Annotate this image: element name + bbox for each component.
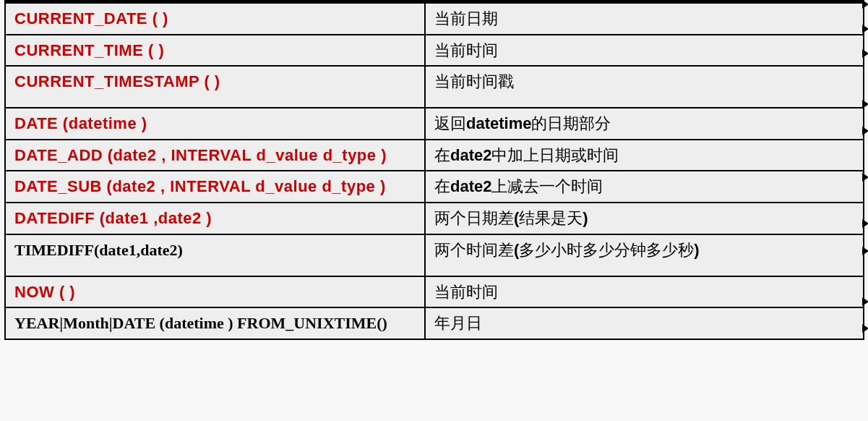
description-cell: 当前时间 (425, 35, 864, 67)
arrow-right-icon (862, 219, 868, 228)
table-row: DATE_ADD (date2 , INTERVAL d_value d_typ… (5, 140, 864, 171)
function-name-cell: CURRENT_TIMESTAMP ( ) (5, 66, 425, 108)
table-row: DATE (datetime )返回datetime的日期部分 (5, 108, 864, 140)
arrow-right-icon (862, 100, 868, 109)
table-row: NOW ( )当前时间 (5, 276, 864, 308)
function-name-cell: YEAR|Month|DATE (datetime ) FROM_UNIXTIM… (5, 307, 425, 339)
function-name-cell: DATE (datetime ) (5, 108, 425, 140)
function-name-cell: TIMEDIFF(date1,date2) (5, 234, 425, 276)
function-name-cell: NOW ( ) (5, 276, 425, 308)
description-cell: 在date2上减去一个时间 (425, 171, 864, 203)
description-cell: 两个日期差(结果是天) (425, 203, 864, 234)
function-name-cell: CURRENT_DATE ( ) (5, 3, 425, 35)
table-row: DATEDIFF (date1 ,date2 )两个日期差(结果是天) (5, 203, 864, 234)
table-row: CURRENT_DATE ( )当前日期 (5, 3, 864, 35)
arrow-right-icon (862, 0, 868, 9)
arrow-right-icon (862, 173, 868, 182)
arrow-right-icon (862, 25, 868, 33)
arrow-right-icon (862, 247, 868, 255)
description-cell: 当前日期 (425, 3, 864, 35)
table-row: CURRENT_TIMESTAMP ( )当前时间戳 (5, 66, 864, 108)
function-name-cell: DATEDIFF (date1 ,date2 ) (5, 203, 425, 234)
description-cell: 两个时间差(多少小时多少分钟多少秒) (425, 234, 864, 276)
arrow-right-icon (862, 127, 868, 135)
table-row: TIMEDIFF(date1,date2)两个时间差(多少小时多少分钟多少秒) (5, 234, 864, 276)
description-cell: 当前时间 (425, 276, 864, 308)
arrow-right-icon (862, 49, 868, 58)
function-reference-table: CURRENT_DATE ( )当前日期CURRENT_TIME ( )当前时间… (4, 2, 864, 340)
description-cell: 返回datetime的日期部分 (425, 108, 864, 140)
description-cell: 在date2中加上日期或时间 (425, 140, 864, 171)
arrow-right-icon (862, 324, 868, 333)
description-cell: 当前时间戳 (425, 66, 864, 108)
function-name-cell: DATE_ADD (date2 , INTERVAL d_value d_typ… (5, 140, 425, 171)
table-row: YEAR|Month|DATE (datetime ) FROM_UNIXTIM… (5, 307, 864, 339)
description-cell: 年月日 (425, 307, 864, 339)
function-name-cell: DATE_SUB (date2 , INTERVAL d_value d_typ… (5, 171, 425, 203)
arrow-right-icon (862, 297, 868, 306)
function-name-cell: CURRENT_TIME ( ) (5, 35, 425, 67)
table-row: DATE_SUB (date2 , INTERVAL d_value d_typ… (5, 171, 864, 203)
arrow-down-icon (407, 339, 416, 340)
table-row: CURRENT_TIME ( )当前时间 (5, 35, 864, 67)
